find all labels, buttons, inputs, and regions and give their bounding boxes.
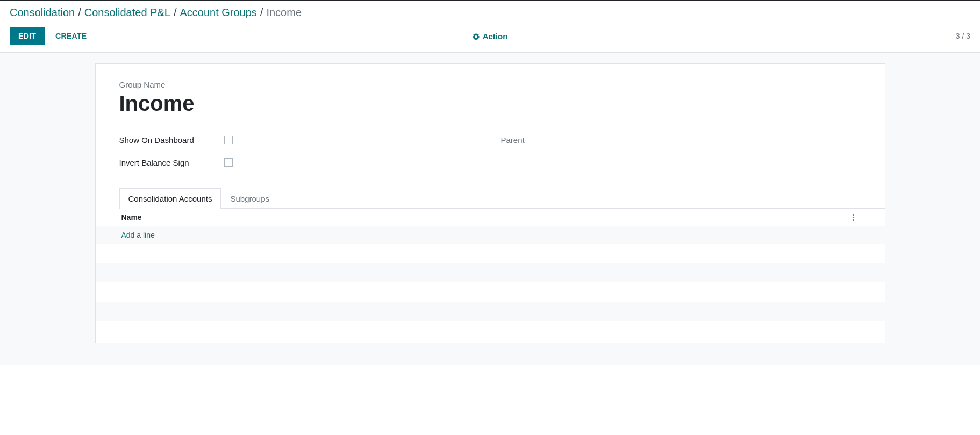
table-options-button[interactable]: [848, 214, 859, 221]
sheet-inner: Group Name Income Show On Dashboard Inve…: [96, 64, 885, 177]
field-row-invert-balance-sign: Invert Balance Sign: [119, 154, 480, 170]
pager[interactable]: 3 / 3: [956, 32, 970, 40]
gear-icon: [473, 32, 480, 41]
action-label: Action: [483, 32, 508, 41]
tabs-row: Consolidation Accounts Subgroups: [119, 188, 885, 209]
tab-subgroups[interactable]: Subgroups: [221, 188, 278, 209]
table-row: [96, 321, 885, 340]
field-col-left: Show On Dashboard Invert Balance Sign: [119, 132, 480, 177]
group-name-label: Group Name: [119, 80, 861, 89]
tab-consolidation-accounts[interactable]: Consolidation Accounts: [119, 188, 221, 209]
invert-balance-sign-label: Invert Balance Sign: [119, 158, 224, 167]
invert-balance-sign-checkbox[interactable]: [224, 158, 233, 167]
breadcrumb-separator: /: [174, 6, 177, 19]
form-sheet: Group Name Income Show On Dashboard Inve…: [95, 63, 885, 343]
control-left: EDIT CREATE: [10, 27, 473, 45]
action-dropdown[interactable]: Action: [473, 32, 508, 41]
table-row: [96, 263, 885, 282]
breadcrumb-separator: /: [78, 6, 81, 19]
group-name-value: Income: [119, 91, 861, 116]
show-on-dashboard-label: Show On Dashboard: [119, 136, 224, 145]
add-line-link[interactable]: Add a line: [121, 231, 155, 239]
breadcrumb-current: Income: [266, 6, 302, 19]
breadcrumb-separator: /: [260, 6, 263, 19]
create-button[interactable]: CREATE: [53, 27, 89, 45]
parent-label: Parent: [501, 136, 606, 145]
field-col-right: Parent: [501, 132, 861, 177]
table-row: [96, 302, 885, 321]
edit-button[interactable]: EDIT: [10, 27, 45, 45]
breadcrumb-link-account-groups[interactable]: Account Groups: [180, 6, 256, 19]
add-line-row: Add a line: [96, 226, 885, 244]
field-row-show-on-dashboard: Show On Dashboard: [119, 132, 480, 148]
column-header-name: Name: [121, 213, 848, 222]
control-bar: EDIT CREATE Action 3 / 3: [0, 22, 980, 53]
table-header-row: Name: [96, 209, 885, 226]
table-row: [96, 282, 885, 302]
table-row: [96, 244, 885, 263]
breadcrumb-link-consolidation[interactable]: Consolidation: [10, 6, 75, 19]
breadcrumb-link-consolidated-pl[interactable]: Consolidated P&L: [84, 6, 170, 19]
show-on-dashboard-checkbox[interactable]: [224, 136, 233, 144]
field-row-parent: Parent: [501, 132, 861, 148]
kebab-icon: [848, 214, 859, 221]
breadcrumb: Consolidation / Consolidated P&L / Accou…: [0, 1, 980, 22]
control-right: 3 / 3: [507, 32, 970, 40]
field-grid: Show On Dashboard Invert Balance Sign Pa…: [119, 132, 861, 177]
main-background: Group Name Income Show On Dashboard Inve…: [0, 53, 980, 365]
